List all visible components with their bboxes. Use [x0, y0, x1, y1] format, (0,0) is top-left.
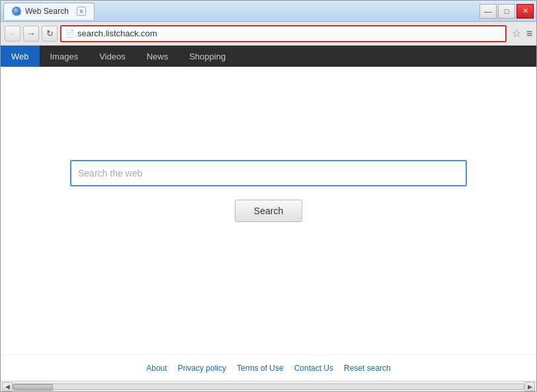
- bookmark-button[interactable]: ☆: [512, 27, 521, 40]
- footer-about-link[interactable]: About: [146, 364, 167, 373]
- scrollbar-area: ◀ ▶: [1, 381, 536, 391]
- scroll-left-button[interactable]: ◀: [2, 382, 13, 391]
- search-button[interactable]: Search: [235, 200, 302, 222]
- nav-item-shopping[interactable]: Shopping: [179, 46, 236, 67]
- browser-tab[interactable]: 🔍 Web Search ×: [3, 3, 95, 20]
- tab-close-button[interactable]: ×: [77, 7, 86, 16]
- title-bar: 🔍 Web Search × — □ ✕: [1, 1, 536, 22]
- search-input[interactable]: [70, 160, 467, 186]
- footer-reset-link[interactable]: Reset search: [344, 364, 391, 373]
- maximize-button[interactable]: □: [498, 4, 515, 19]
- refresh-button[interactable]: ↻: [42, 26, 58, 42]
- scroll-right-button[interactable]: ▶: [524, 382, 535, 391]
- footer-contact-link[interactable]: Contact Us: [294, 364, 333, 373]
- footer: About Privacy policy Terms of Use Contac…: [1, 354, 536, 381]
- footer-privacy-link[interactable]: Privacy policy: [178, 364, 226, 373]
- tab-favicon: 🔍: [12, 7, 21, 16]
- title-bar-left: 🔍 Web Search ×: [3, 3, 479, 20]
- close-button[interactable]: ✕: [516, 4, 534, 19]
- address-bar[interactable]: 📄 search.listchack.com: [60, 25, 507, 42]
- browser-nav-bar: Web Images Videos News Shopping: [1, 46, 536, 67]
- nav-item-news[interactable]: News: [136, 46, 179, 67]
- back-button[interactable]: ←: [5, 26, 21, 42]
- window-controls: — □ ✕: [479, 4, 534, 19]
- minimize-button[interactable]: —: [479, 4, 497, 19]
- tab-title: Web Search: [25, 7, 69, 16]
- main-content: Search: [1, 67, 536, 354]
- nav-item-images[interactable]: Images: [40, 46, 89, 67]
- scrollbar-thumb[interactable]: [13, 384, 53, 391]
- scrollbar-track[interactable]: [13, 383, 524, 390]
- address-icon: 📄: [65, 29, 75, 38]
- footer-terms-link[interactable]: Terms of Use: [237, 364, 284, 373]
- search-container: Search: [70, 160, 467, 222]
- nav-bar: ← → ↻ 📄 search.listchack.com ☆ ≡: [1, 22, 536, 46]
- browser-window: 🔍 Web Search × — □ ✕ ← → ↻ 📄 search.list…: [0, 0, 537, 392]
- browser-menu-button[interactable]: ≡: [526, 28, 532, 40]
- nav-item-videos[interactable]: Videos: [89, 46, 136, 67]
- nav-item-web[interactable]: Web: [1, 46, 40, 67]
- forward-button[interactable]: →: [23, 26, 39, 42]
- address-text: search.listchack.com: [77, 28, 501, 38]
